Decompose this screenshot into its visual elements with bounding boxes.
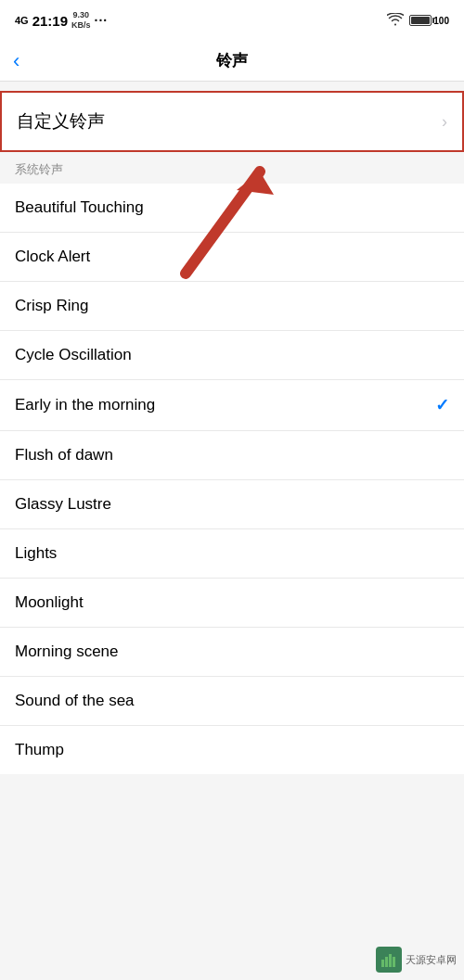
ringtone-list-item[interactable]: Lights (0, 529, 464, 579)
custom-ringtone-item[interactable]: 自定义铃声 › (2, 93, 462, 150)
ringtone-list-item[interactable]: Cycle Oscillation (0, 331, 464, 380)
status-dots: ··· (95, 13, 109, 28)
ringtone-name: Crisp Ring (15, 297, 88, 315)
ringtone-name: Cycle Oscillation (15, 346, 132, 364)
ringtone-name: Clock Alert (15, 248, 90, 266)
back-button[interactable]: ‹ (13, 49, 19, 73)
page-header: ‹ 铃声 (0, 41, 464, 82)
chevron-right-icon: › (442, 112, 447, 132)
svg-rect-2 (381, 960, 384, 967)
ringtone-name: Thump (15, 741, 64, 759)
svg-rect-3 (385, 957, 388, 967)
watermark: 天源安卓网 (376, 947, 457, 973)
svg-rect-4 (389, 954, 392, 967)
status-left: 4G 21:19 9.30KB/s ··· (15, 10, 108, 31)
battery-level: 100 (433, 16, 449, 26)
system-ringtone-section-label: 系统铃声 (0, 152, 464, 184)
page-title: 铃声 (216, 50, 248, 71)
ringtone-name: Early in the morning (15, 396, 155, 414)
selected-checkmark-icon: ✓ (435, 395, 449, 415)
svg-rect-5 (393, 957, 395, 967)
ringtone-list-item[interactable]: Morning scene (0, 628, 464, 677)
watermark-text: 天源安卓网 (406, 953, 457, 967)
ringtone-list-item[interactable]: Clock Alert (0, 233, 464, 282)
custom-ringtone-label: 自定义铃声 (17, 109, 105, 134)
ringtone-name: Lights (15, 544, 57, 563)
ringtone-list-item[interactable]: Sound of the sea (0, 677, 464, 726)
ringtone-list-item[interactable]: Crisp Ring (0, 282, 464, 331)
status-bar: 4G 21:19 9.30KB/s ··· 100 (0, 0, 464, 41)
ringtone-name: Moonlight (15, 593, 84, 612)
wifi-icon (387, 13, 404, 29)
status-right: 100 (387, 13, 449, 29)
ringtone-name: Glassy Lustre (15, 495, 111, 514)
ringtone-list-item[interactable]: Flush of dawn (0, 431, 464, 480)
ringtone-name: Flush of dawn (15, 446, 113, 465)
ringtone-name: Sound of the sea (15, 692, 135, 710)
ringtone-list-item[interactable]: Early in the morning✓ (0, 380, 464, 431)
ringtone-list: Beautiful TouchingClock AlertCrisp RingC… (0, 184, 464, 774)
watermark-logo (376, 947, 402, 973)
battery-icon (409, 15, 432, 26)
ringtone-list-item[interactable]: Beautiful Touching (0, 184, 464, 233)
custom-ringtone-section[interactable]: 自定义铃声 › (0, 91, 464, 152)
network-type: 4G (15, 15, 29, 26)
ringtone-list-item[interactable]: Moonlight (0, 579, 464, 628)
ringtone-list-item[interactable]: Glassy Lustre (0, 480, 464, 529)
network-speed: 9.30KB/s (71, 10, 91, 31)
status-time: 21:19 (32, 13, 68, 29)
ringtone-list-item[interactable]: Thump (0, 726, 464, 774)
battery-container: 100 (409, 15, 449, 26)
ringtone-name: Beautiful Touching (15, 198, 144, 217)
ringtone-name: Morning scene (15, 643, 119, 661)
